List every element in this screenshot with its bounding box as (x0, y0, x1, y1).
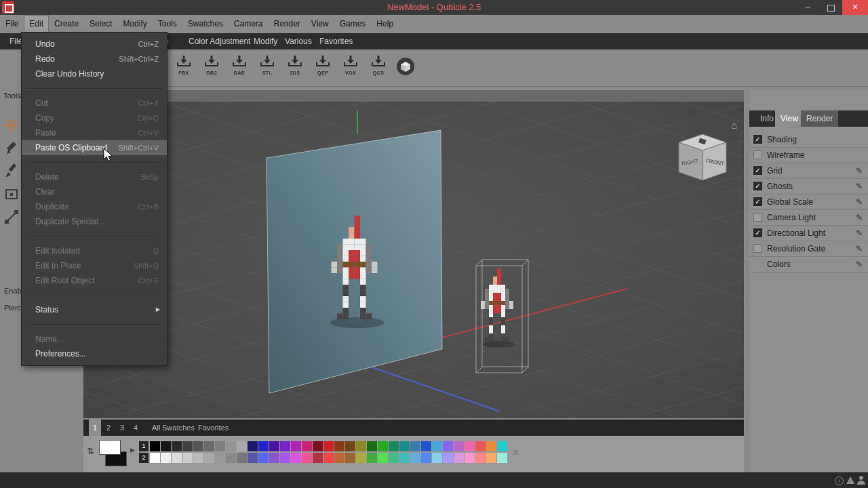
swap-colors-icon[interactable]: ⇅ (87, 446, 94, 456)
swatch[interactable] (204, 453, 214, 463)
swatch[interactable] (432, 441, 442, 451)
swatch[interactable] (389, 441, 399, 451)
menu-games[interactable]: Games (334, 15, 372, 33)
edit-pencil-icon[interactable]: ✎ (856, 179, 863, 194)
camera-light-checkbox[interactable] (753, 213, 762, 222)
swatch[interactable] (161, 453, 171, 463)
edit-pencil-icon[interactable]: ✎ (856, 226, 863, 241)
tab-render[interactable]: Render (801, 110, 838, 127)
brush-tool-icon[interactable] (3, 162, 20, 180)
swatch[interactable] (150, 441, 160, 451)
line-tool-icon[interactable] (3, 208, 20, 226)
voxel-model-small[interactable] (481, 268, 513, 342)
swatch[interactable] (356, 453, 366, 463)
swatch[interactable] (302, 453, 312, 463)
swatch[interactable] (291, 453, 301, 463)
swatch-tab-1[interactable]: 1 (89, 420, 101, 436)
swatch[interactable] (443, 453, 453, 463)
global-scale-checkbox[interactable]: ✓ (753, 197, 762, 206)
user-icon[interactable] (857, 476, 865, 485)
swatch[interactable] (454, 441, 464, 451)
swatch[interactable] (291, 441, 301, 451)
swatch[interactable] (237, 453, 247, 463)
swatch[interactable] (182, 441, 193, 451)
cube-badge-icon[interactable] (397, 58, 414, 75)
warning-icon[interactable] (846, 476, 854, 484)
swatch[interactable] (421, 441, 431, 451)
swatch[interactable] (497, 441, 507, 451)
tab-view[interactable]: View (775, 110, 804, 127)
swatch[interactable] (193, 441, 203, 451)
swatch[interactable] (410, 441, 420, 451)
swatch[interactable] (280, 441, 290, 451)
swatch-tab-favorites[interactable]: Favorites (194, 420, 233, 436)
export-vox-button[interactable]: VOX (338, 55, 363, 82)
swatch[interactable] (378, 441, 388, 451)
export-qcs-button[interactable]: QCS (366, 55, 391, 82)
maximize-button[interactable] (819, 0, 842, 15)
swatch[interactable] (204, 441, 214, 451)
menu-file[interactable]: File (0, 15, 24, 33)
swatch[interactable] (215, 441, 225, 451)
export-obj-button[interactable]: OBJ (199, 55, 224, 82)
export-3ds-button[interactable]: 3DS (283, 55, 307, 82)
wireframe-checkbox[interactable] (753, 150, 762, 159)
swatch[interactable] (226, 453, 236, 463)
swatch[interactable] (215, 453, 225, 463)
home-icon[interactable]: ⌂ (731, 119, 737, 131)
swatch[interactable] (475, 441, 486, 451)
export-dae-button[interactable]: DAE (227, 55, 252, 82)
edit-pencil-icon[interactable]: ✎ (856, 195, 863, 209)
swatch-tab-3[interactable]: 3 (116, 420, 128, 436)
resolution-gate-checkbox[interactable] (753, 244, 762, 253)
close-button[interactable]: × (842, 0, 868, 15)
swatch[interactable] (269, 441, 279, 451)
move-tool-icon[interactable] (3, 117, 20, 134)
swatch[interactable] (465, 441, 475, 451)
edit-pencil-icon[interactable]: ✎ (856, 241, 863, 256)
menu-item-preferences[interactable]: Preferences... (22, 346, 167, 361)
menu-camera[interactable]: Camera (229, 15, 269, 33)
swatch[interactable] (302, 441, 312, 451)
menu-swatches[interactable]: Swatches (182, 15, 229, 33)
swatch[interactable] (323, 441, 334, 451)
ribbon-tab-color-adjustment[interactable]: Color Adjustment (184, 33, 254, 49)
edit-pencil-icon[interactable]: ✎ (856, 163, 863, 178)
swatch[interactable] (182, 453, 193, 463)
box-tool-icon[interactable] (3, 185, 20, 203)
ribbon-tab-favorites[interactable]: Favorites (315, 33, 357, 49)
swatch-tab-2[interactable]: 2 (102, 420, 115, 436)
directional-light-checkbox[interactable]: ✓ (753, 228, 762, 237)
menu-help[interactable]: Help (371, 15, 399, 33)
swatch[interactable] (269, 453, 279, 463)
swatch[interactable] (258, 453, 269, 463)
swatch[interactable] (237, 441, 247, 451)
swatch[interactable] (248, 441, 258, 451)
swatch[interactable] (367, 453, 377, 463)
menu-modify[interactable]: Modify (117, 15, 152, 33)
grid-checkbox[interactable]: ✓ (753, 166, 762, 175)
menu-item-status[interactable]: Status▶ (22, 302, 167, 317)
menu-tools[interactable]: Tools (153, 15, 182, 33)
swatch[interactable] (399, 441, 410, 451)
swatch[interactable] (443, 441, 453, 451)
swatch[interactable] (313, 441, 323, 451)
menu-view[interactable]: View (306, 15, 334, 33)
swatch[interactable] (172, 441, 182, 451)
swatch[interactable] (193, 453, 203, 463)
swatch-tab-all-swatches[interactable]: All Swatches (148, 420, 199, 436)
swatch[interactable] (258, 441, 269, 451)
swatch[interactable] (421, 453, 431, 463)
swatch[interactable] (345, 441, 355, 451)
swatch[interactable] (334, 453, 344, 463)
ribbon-tab-various[interactable]: Various (281, 33, 316, 49)
swatch[interactable] (172, 453, 182, 463)
swatch[interactable] (161, 441, 171, 451)
pencil-tool-icon[interactable] (3, 140, 20, 157)
swatch[interactable] (323, 453, 334, 463)
edit-pencil-icon[interactable]: ✎ (856, 210, 863, 225)
menu-edit[interactable]: Edit (24, 15, 49, 33)
ribbon-tab-modify[interactable]: Modify (250, 33, 281, 49)
ghosts-checkbox[interactable]: ✓ (753, 182, 762, 190)
clear-swatch-button[interactable]: ✕ (512, 447, 519, 458)
